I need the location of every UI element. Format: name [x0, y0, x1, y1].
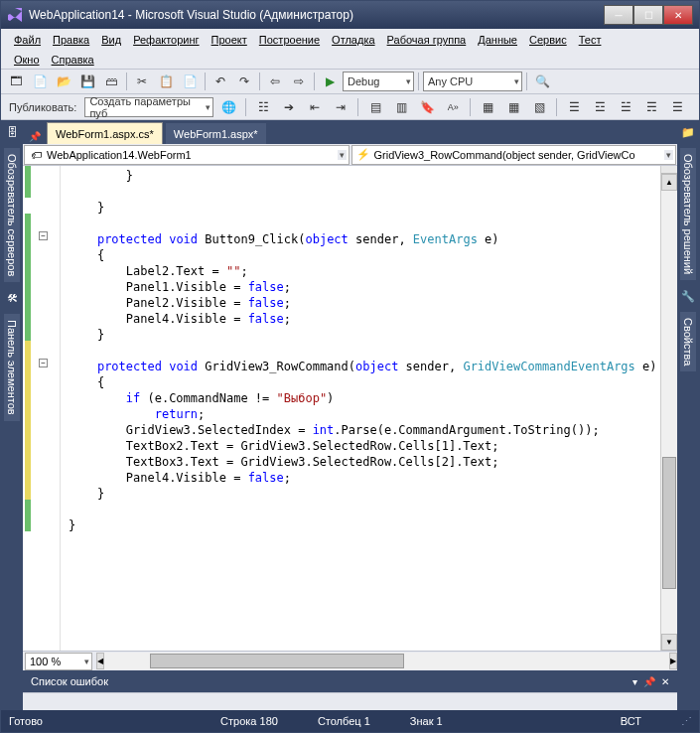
scroll-thumb-h[interactable]	[150, 654, 404, 668]
vs-logo-icon	[7, 7, 23, 23]
members-icon[interactable]: ☷	[252, 96, 274, 118]
minimize-button[interactable]: ─	[604, 5, 633, 25]
align3-icon[interactable]: ☱	[615, 96, 636, 118]
publish-target-dropdown[interactable]: Создать параметры пуб	[84, 97, 213, 117]
format-icon[interactable]: A»	[442, 96, 464, 118]
split-handle[interactable]	[661, 166, 677, 174]
nav-back-icon[interactable]: ⇦	[264, 71, 286, 92]
toolbox1-icon[interactable]: ▦	[477, 96, 498, 118]
close-button[interactable]: ✕	[663, 5, 693, 25]
scrollbar-vertical[interactable]: ▲ ▼	[660, 166, 677, 651]
toolbox2-icon[interactable]: ▦	[502, 96, 524, 118]
panel-dropdown-icon[interactable]: ▾	[632, 676, 637, 687]
scrollbar-horizontal[interactable]: ◀ ▶	[96, 653, 677, 669]
titlebar[interactable]: WebApplication14 - Microsoft Visual Stud…	[1, 1, 699, 29]
error-list-body[interactable]	[23, 692, 677, 710]
redo-icon[interactable]: ↷	[233, 71, 255, 92]
outdent-icon[interactable]: ⇤	[304, 96, 326, 118]
indent2-icon[interactable]: ⇥	[330, 96, 351, 118]
method-icon: ⚡	[356, 148, 370, 162]
solution-explorer-icon[interactable]: 📁	[680, 124, 696, 140]
scroll-track[interactable]	[661, 191, 677, 634]
fold-toggle[interactable]: −	[39, 231, 48, 240]
save-all-icon[interactable]: 🗃	[100, 71, 122, 92]
menu-test[interactable]: Тест	[574, 32, 607, 48]
tab-inactive[interactable]: WebForm1.aspx*	[165, 122, 267, 144]
code-editor[interactable]: − − } } protected void Button9_Click(obj…	[23, 166, 677, 651]
scroll-left-button[interactable]: ◀	[96, 653, 104, 669]
separator	[126, 73, 127, 90]
error-list-header[interactable]: Список ошибок ▾ 📌 ✕	[23, 670, 677, 692]
menu-edit[interactable]: Правка	[48, 32, 94, 48]
fold-toggle[interactable]: −	[39, 359, 48, 367]
config-dropdown[interactable]: Debug	[343, 72, 414, 91]
cut-icon[interactable]: ✂	[131, 71, 153, 92]
publish-button-icon[interactable]: 🌐	[217, 96, 239, 118]
toolbox-tab[interactable]: Панель элементов	[4, 314, 20, 421]
scroll-track-h[interactable]	[104, 653, 669, 669]
menu-team[interactable]: Рабочая группа	[382, 32, 472, 48]
menu-service[interactable]: Сервис	[524, 32, 572, 48]
scroll-thumb[interactable]	[662, 457, 676, 590]
uncomment-icon[interactable]: ▥	[390, 96, 412, 118]
find-icon[interactable]: 🔍	[531, 71, 553, 92]
menu-build[interactable]: Построение	[254, 32, 325, 48]
tab-active[interactable]: WebForm1.aspx.cs*	[47, 122, 163, 144]
menu-view[interactable]: Вид	[96, 32, 126, 48]
server-explorer-tab[interactable]: Обозреватель серверов	[4, 148, 20, 282]
start-debug-icon[interactable]: ▶	[319, 71, 341, 92]
add-item-icon[interactable]: 📄	[29, 71, 51, 92]
new-project-icon[interactable]: 🗔	[5, 71, 27, 92]
class-dropdown[interactable]: 🏷 WebApplication14.WebForm1	[24, 145, 350, 165]
align1-icon[interactable]: ☰	[563, 96, 585, 118]
copy-icon[interactable]: 📋	[155, 71, 177, 92]
separator	[556, 98, 557, 116]
align4-icon[interactable]: ☴	[640, 96, 662, 118]
panel-close-icon[interactable]: ✕	[661, 676, 669, 687]
class-icon: 🏷	[29, 148, 43, 162]
menu-project[interactable]: Проект	[207, 32, 252, 48]
toolbox3-icon[interactable]: ▧	[528, 96, 550, 118]
platform-dropdown[interactable]: Any CPU	[423, 72, 522, 91]
nav-fwd-icon[interactable]: ⇨	[288, 71, 310, 92]
solution-explorer-tab[interactable]: Обозреватель решений	[680, 148, 696, 280]
scroll-right-button[interactable]: ▶	[669, 653, 677, 669]
save-icon[interactable]: 💾	[76, 71, 98, 92]
navigation-bar: 🏷 WebApplication14.WebForm1 ⚡ GridView3_…	[23, 144, 677, 166]
main-area: 🗄 Обозреватель серверов 🛠 Панель элемент…	[1, 120, 699, 710]
server-explorer-icon[interactable]: 🗄	[4, 124, 20, 140]
scroll-down-button[interactable]: ▼	[661, 634, 677, 651]
code-text[interactable]: } } protected void Button9_Click(object …	[61, 166, 660, 651]
align5-icon[interactable]: ☰	[666, 96, 688, 118]
menu-debug[interactable]: Отладка	[327, 32, 379, 48]
toolbox-icon[interactable]: 🛠	[4, 290, 20, 306]
tab-pin-icon[interactable]: 📌	[27, 128, 43, 144]
bookmark-icon[interactable]: 🔖	[416, 96, 438, 118]
paste-icon[interactable]: 📄	[179, 71, 201, 92]
standard-toolbar: 🗔 📄 📂 💾 🗃 ✂ 📋 📄 ↶ ↷ ⇦ ⇨ ▶ Debug Any CPU …	[1, 69, 699, 94]
status-line: Строка 180	[220, 715, 278, 727]
menu-data[interactable]: Данные	[473, 32, 522, 48]
properties-tab[interactable]: Свойства	[680, 312, 696, 371]
resize-grip[interactable]: ⋰	[681, 715, 691, 728]
panel-pin-icon[interactable]: 📌	[643, 676, 655, 687]
status-ready: Готово	[9, 715, 43, 727]
menu-refactoring[interactable]: Рефакторинг	[128, 32, 204, 48]
scroll-up-button[interactable]: ▲	[661, 174, 677, 191]
editor-footer: 100 % ◀ ▶	[23, 651, 677, 670]
menu-help[interactable]: Справка	[47, 52, 99, 68]
menu-file[interactable]: Файл	[9, 32, 46, 48]
align2-icon[interactable]: ☲	[589, 96, 611, 118]
member-dropdown[interactable]: ⚡ GridView3_RowCommand(object sender, Gr…	[351, 145, 677, 165]
undo-icon[interactable]: ↶	[210, 71, 231, 92]
statusbar: Готово Строка 180 Столбец 1 Знак 1 ВСТ ⋰	[1, 710, 699, 732]
open-file-icon[interactable]: 📂	[53, 71, 74, 92]
properties-icon[interactable]: 🔧	[680, 288, 696, 304]
menu-window[interactable]: Окно	[9, 52, 45, 68]
vs-window: WebApplication14 - Microsoft Visual Stud…	[0, 0, 700, 733]
zoom-dropdown[interactable]: 100 %	[25, 653, 92, 670]
comment-icon[interactable]: ▤	[364, 96, 386, 118]
indent-icon[interactable]: ➔	[278, 96, 300, 118]
separator	[470, 98, 471, 116]
maximize-button[interactable]: ☐	[633, 5, 663, 25]
